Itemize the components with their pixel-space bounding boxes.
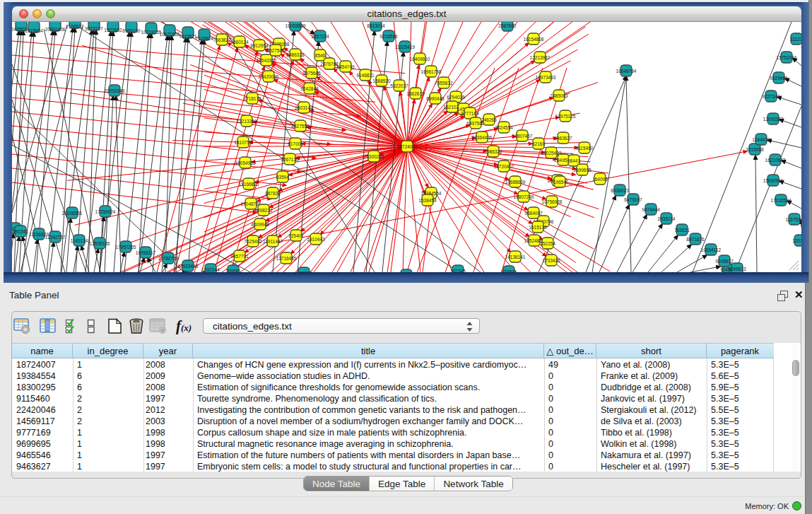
svg-text:20364436: 20364436 xyxy=(472,135,493,140)
svg-text:53594: 53594 xyxy=(276,175,289,180)
svg-text:5322037: 5322037 xyxy=(390,83,408,88)
svg-text:2687682: 2687682 xyxy=(498,23,517,28)
svg-text:9873197: 9873197 xyxy=(85,26,103,31)
svg-text:62160: 62160 xyxy=(532,141,545,146)
svg-text:924505: 924505 xyxy=(501,269,517,273)
svg-text:18807249: 18807249 xyxy=(514,194,534,199)
svg-text:2876768: 2876768 xyxy=(320,62,339,66)
svg-text:11911447: 11911447 xyxy=(263,239,283,244)
svg-text:1538454: 1538454 xyxy=(418,198,437,203)
svg-text:12505135: 12505135 xyxy=(90,241,110,246)
svg-text:9227342: 9227342 xyxy=(762,94,780,99)
svg-text:3875685: 3875685 xyxy=(302,71,321,76)
svg-text:20206551: 20206551 xyxy=(62,211,83,216)
svg-text:7955812: 7955812 xyxy=(435,81,453,86)
svg-text:11123: 11123 xyxy=(790,37,801,42)
svg-text:15751074: 15751074 xyxy=(777,55,797,60)
svg-text:19166825: 19166825 xyxy=(239,182,259,187)
svg-text:8938923: 8938923 xyxy=(611,188,629,193)
svg-text:763621: 763621 xyxy=(674,228,690,233)
svg-text:10756928: 10756928 xyxy=(542,199,563,204)
svg-text:16961758: 16961758 xyxy=(421,69,442,74)
svg-text:391541: 391541 xyxy=(13,229,28,234)
svg-text:9529966: 9529966 xyxy=(770,76,788,81)
svg-text:16543362: 16543362 xyxy=(257,58,277,63)
svg-text:2935114: 2935114 xyxy=(658,216,676,221)
svg-text:20053346: 20053346 xyxy=(105,88,125,93)
svg-text:17016534: 17016534 xyxy=(771,198,792,203)
svg-text:19054955: 19054955 xyxy=(235,160,256,165)
svg-text:9699695: 9699695 xyxy=(573,168,592,173)
svg-text:8471676: 8471676 xyxy=(686,237,705,242)
svg-text:887832: 887832 xyxy=(265,191,281,196)
svg-text:12093322: 12093322 xyxy=(763,117,784,122)
svg-text:13716485: 13716485 xyxy=(276,256,297,261)
svg-text:6990448: 6990448 xyxy=(426,96,445,101)
svg-text:10973493: 10973493 xyxy=(536,75,556,80)
svg-text:9245613: 9245613 xyxy=(728,267,746,271)
svg-text:167827: 167827 xyxy=(296,271,312,273)
svg-text:98441: 98441 xyxy=(567,158,580,163)
svg-text:2718176: 2718176 xyxy=(243,96,261,101)
svg-text:3857224: 3857224 xyxy=(311,34,329,39)
svg-text:10671955: 10671955 xyxy=(160,32,180,37)
svg-text:16053809: 16053809 xyxy=(286,23,306,28)
svg-text:9660124: 9660124 xyxy=(230,40,249,45)
svg-text:16782759: 16782759 xyxy=(158,256,179,261)
svg-text:3215958: 3215958 xyxy=(746,147,764,152)
svg-text:10648784: 10648784 xyxy=(616,69,637,74)
svg-text:4609948: 4609948 xyxy=(251,222,269,227)
svg-text:17359924: 17359924 xyxy=(95,209,116,214)
svg-text:2106532: 2106532 xyxy=(66,24,84,29)
svg-text:6479197: 6479197 xyxy=(624,197,642,202)
svg-text:1244419: 1244419 xyxy=(752,137,770,142)
svg-text:7515521: 7515521 xyxy=(179,34,197,39)
svg-text:2803144: 2803144 xyxy=(295,105,313,110)
svg-text:5498222: 5498222 xyxy=(254,208,273,213)
svg-text:10719155: 10719155 xyxy=(141,30,162,35)
svg-text:7986322: 7986322 xyxy=(484,149,502,154)
svg-text:1910443: 1910443 xyxy=(307,237,325,242)
svg-text:164095: 164095 xyxy=(592,177,608,182)
svg-text:1588520: 1588520 xyxy=(372,78,391,83)
svg-text:7515524: 7515524 xyxy=(195,36,213,41)
svg-text:25300285: 25300285 xyxy=(364,154,384,159)
svg-text:3624554: 3624554 xyxy=(495,125,513,130)
svg-text:10807467: 10807467 xyxy=(512,134,533,139)
svg-text:102345: 102345 xyxy=(450,269,466,273)
svg-text:252254: 252254 xyxy=(540,241,555,246)
svg-text:10688609: 10688609 xyxy=(505,180,526,185)
svg-text:15720407: 15720407 xyxy=(494,164,514,169)
svg-text:8813014: 8813014 xyxy=(367,23,385,28)
svg-text:9218596: 9218596 xyxy=(379,34,398,39)
svg-text:8454749: 8454749 xyxy=(336,64,355,69)
svg-text:725401: 725401 xyxy=(288,233,304,238)
svg-text:6794028: 6794028 xyxy=(447,95,465,100)
svg-text:3267130: 3267130 xyxy=(281,157,299,162)
svg-text:23420046: 23420046 xyxy=(259,74,279,79)
svg-text:17957255: 17957255 xyxy=(116,245,136,250)
svg-text:16210643: 16210643 xyxy=(765,158,786,163)
svg-text:12342757: 12342757 xyxy=(45,235,66,240)
svg-text:817006: 817006 xyxy=(288,141,303,146)
svg-text:1315684: 1315684 xyxy=(25,28,43,33)
svg-text:15692911: 15692911 xyxy=(763,178,784,183)
svg-text:16154808: 16154808 xyxy=(524,37,544,42)
svg-text:7663822: 7663822 xyxy=(213,37,231,42)
svg-text:1810755: 1810755 xyxy=(234,140,252,145)
svg-text:18724007: 18724007 xyxy=(397,144,418,149)
svg-text:10654112: 10654112 xyxy=(701,247,722,252)
svg-text:12975125: 12975125 xyxy=(555,114,576,119)
svg-text:9242848: 9242848 xyxy=(300,86,319,91)
svg-text:8912954: 8912954 xyxy=(250,43,269,48)
svg-text:9245612: 9245612 xyxy=(715,259,734,264)
svg-text:8546: 8546 xyxy=(315,53,326,58)
svg-text:9146821: 9146821 xyxy=(356,73,375,78)
svg-text:9684067: 9684067 xyxy=(524,211,543,216)
svg-text:19654: 19654 xyxy=(553,180,566,185)
svg-text:10958117: 10958117 xyxy=(136,250,156,255)
svg-text:746266: 746266 xyxy=(481,117,497,122)
svg-text:14136141: 14136141 xyxy=(505,255,526,259)
svg-text:9463627: 9463627 xyxy=(554,136,572,141)
svg-text:11325419: 11325419 xyxy=(395,45,416,49)
